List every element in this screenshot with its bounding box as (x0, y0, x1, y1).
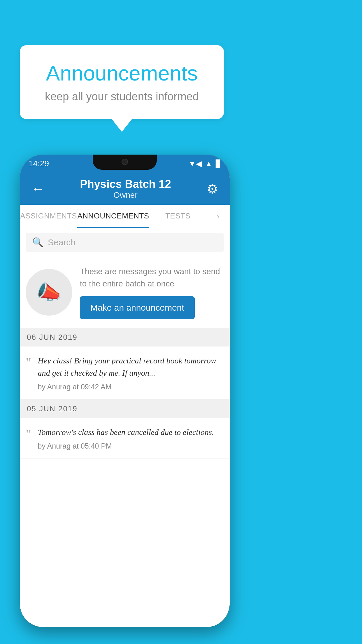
header-title: Physics Batch 12 (47, 178, 204, 190)
promo-icon-circle: 📣 (26, 269, 72, 316)
search-placeholder: Search (48, 237, 75, 247)
wifi-icon: ▼◀ (189, 159, 202, 168)
announcement-meta-2: by Anurag at 05:40 PM (38, 442, 224, 450)
make-announcement-button[interactable]: Make an announcement (80, 296, 195, 319)
signal-icon: ▲ (205, 160, 212, 168)
battery-icon: ▊ (216, 160, 221, 168)
speech-bubble: Announcements keep all your students inf… (20, 45, 224, 119)
phone-screen: 14:29 ▼◀ ▲ ▊ ← Physics Batch 12 Owner ⚙ … (20, 155, 230, 627)
quote-icon-2: " (26, 427, 31, 441)
date-header-2: 05 JUN 2019 (20, 400, 230, 418)
speech-bubble-title: Announcements (37, 61, 206, 85)
back-button[interactable]: ← (29, 178, 47, 199)
tab-more[interactable]: › (207, 205, 230, 228)
search-bar-container: 🔍 Search (20, 228, 230, 257)
promo-section: 📣 These are messages you want to send to… (20, 257, 230, 328)
status-icons: ▼◀ ▲ ▊ (189, 159, 221, 168)
tab-announcements[interactable]: ANNOUNCEMENTS (77, 205, 149, 228)
announcement-text-block-1: Hey class! Bring your practical record b… (38, 355, 224, 391)
phone-notch (93, 155, 157, 170)
search-icon: 🔍 (32, 237, 44, 248)
promo-description: These are messages you want to send to t… (80, 265, 224, 290)
settings-button[interactable]: ⚙ (204, 178, 221, 199)
announcement-item-2: " Tomorrow's class has been cancelled du… (20, 418, 230, 459)
front-camera (122, 159, 128, 165)
date-header-1: 06 JUN 2019 (20, 328, 230, 346)
quote-icon-1: " (26, 356, 31, 370)
status-time: 14:29 (29, 159, 49, 168)
search-bar[interactable]: 🔍 Search (26, 233, 224, 252)
announcement-item-1: " Hey class! Bring your practical record… (20, 346, 230, 400)
app-content: 🔍 Search 📣 These are messages you want t… (20, 228, 230, 627)
header-title-section: Physics Batch 12 Owner (47, 178, 204, 200)
announcement-meta-1: by Anurag at 09:42 AM (38, 383, 224, 391)
speech-bubble-container: Announcements keep all your students inf… (20, 45, 224, 119)
announcement-message-1: Hey class! Bring your practical record b… (38, 355, 224, 379)
app-header: ← Physics Batch 12 Owner ⚙ (20, 173, 230, 205)
announcement-text-block-2: Tomorrow's class has been cancelled due … (38, 426, 224, 450)
phone-frame: 14:29 ▼◀ ▲ ▊ ← Physics Batch 12 Owner ⚙ … (20, 155, 230, 627)
header-subtitle: Owner (47, 190, 204, 200)
promo-content: These are messages you want to send to t… (80, 265, 224, 319)
tab-assignments[interactable]: ASSIGNMENTS (20, 205, 77, 228)
tab-tests[interactable]: TESTS (149, 205, 207, 228)
speech-bubble-subtitle: keep all your students informed (37, 90, 206, 103)
announcement-message-2: Tomorrow's class has been cancelled due … (38, 426, 224, 438)
megaphone-icon: 📣 (36, 280, 62, 304)
tab-bar: ASSIGNMENTS ANNOUNCEMENTS TESTS › (20, 205, 230, 228)
